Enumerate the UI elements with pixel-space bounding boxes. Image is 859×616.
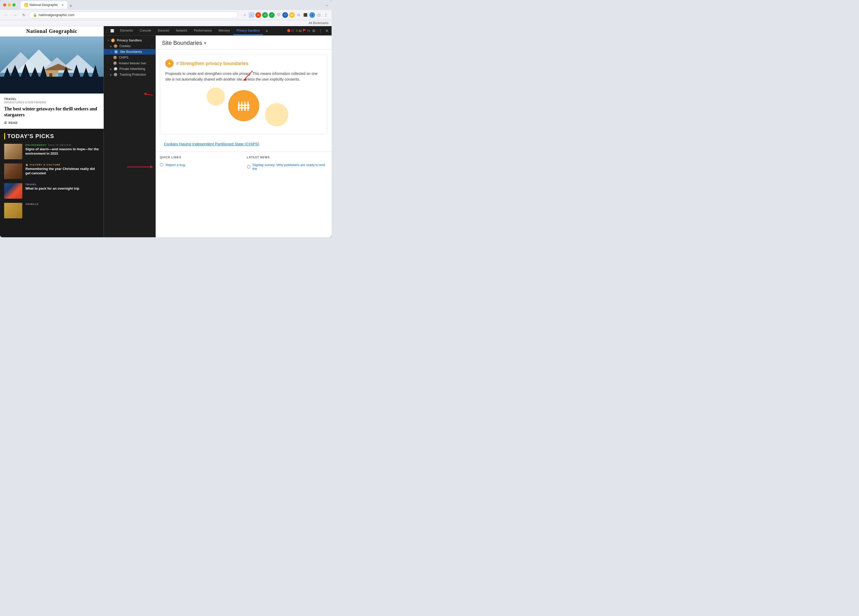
tree-item-privacy-sandbox[interactable]: ▼ ● Privacy Sandbox xyxy=(104,38,155,43)
close-devtools-button[interactable]: ✕ xyxy=(324,28,330,34)
ng-section-label: TODAY'S PICKS xyxy=(7,133,54,140)
profile-icon[interactable]: 👤 xyxy=(309,12,315,18)
extension-icon-g[interactable]: G xyxy=(296,12,301,18)
extension-icon-blue-shield[interactable]: 🛡 xyxy=(283,12,288,18)
devtools-actions: 🔴 27 ⚠ 32 🚩 74 ⚙ ⋮ ✕ xyxy=(287,28,330,34)
site-boundaries-icon: ⊕ xyxy=(114,50,118,54)
thumbnail-travel xyxy=(4,183,22,199)
hamburger-icon: ☰ xyxy=(4,121,7,125)
webpage: National Geographic xyxy=(0,26,104,237)
thumbnail-env xyxy=(4,144,22,159)
expand-icon-track: ▶ xyxy=(110,73,112,76)
address-bar[interactable]: 🔒 nationalgeographic.com xyxy=(29,11,238,19)
bookmarks-bar: All Bookmarks xyxy=(0,20,331,26)
error-icon: 🔴 xyxy=(287,29,290,32)
main-area-wrapper: National Geographic xyxy=(0,26,331,237)
ng-hero-category: TRAVEL xyxy=(4,98,100,100)
forward-button[interactable]: → xyxy=(12,12,19,18)
extension-icon-green[interactable]: ✓ xyxy=(269,12,275,18)
content-chevron: ▾ xyxy=(204,41,206,45)
title-bar: NG National Geographic ✕ + ⌄ xyxy=(0,0,331,10)
tree-item-private-advertising[interactable]: ▶ 📊 Private Advertising xyxy=(104,66,155,72)
tree-item-cookies[interactable]: ▶ 🍪 Cookies ⬚ xyxy=(104,43,155,49)
item-content: TRAVEL What to pack for an overnight tri… xyxy=(25,183,100,191)
tab-elements[interactable]: Elements xyxy=(117,27,136,35)
more-options-button[interactable]: ⋮ xyxy=(318,28,323,34)
list-item[interactable]: TRAVEL What to pack for an overnight tri… xyxy=(4,183,100,199)
ng-header: National Geographic xyxy=(0,26,104,36)
back-button[interactable]: ← xyxy=(3,12,10,18)
ng-hero-image xyxy=(0,36,104,94)
tab-sources[interactable]: Sources xyxy=(155,27,172,35)
more-options-icon[interactable]: ⋮ xyxy=(323,12,328,18)
tree-item-chips[interactable]: 🍪 CHIPS xyxy=(104,55,155,60)
devtools-panel: ⬚ ⬜ Elements Console Sources Network Per… xyxy=(104,26,331,237)
nav-bar: ← → ↻ 🔒 nationalgeographic.com ☆ ↕ ● 22 … xyxy=(0,10,331,20)
expand-icon-site: ▼ xyxy=(110,50,113,53)
circle-small-1 xyxy=(207,88,225,106)
ng-hero xyxy=(0,36,104,94)
extension-icon-34[interactable]: 34 xyxy=(289,12,295,18)
list-item[interactable]: ANIMALS xyxy=(4,203,100,218)
category-text: HISTORY & CULTURE xyxy=(30,163,61,166)
devtools-content: Site Boundaries ▾ ● #Strengthen privacy … xyxy=(156,36,331,237)
svg-marker-24 xyxy=(241,100,242,103)
expand-icon[interactable]: ⌄ xyxy=(325,3,328,7)
bookmark-star-icon[interactable]: ☆ xyxy=(242,12,248,18)
bottom-section: QUICK LINKS Report a bug LATEST NEWS xyxy=(156,151,331,176)
tree-item-tracking-protection[interactable]: ▶ 🛡 Tracking Protection xyxy=(104,72,155,77)
extension-icon-green-num[interactable]: 22 xyxy=(262,12,268,18)
content-header: Site Boundaries ▾ xyxy=(156,36,331,50)
list-item[interactable]: 🔒 HISTORY & CULTURE Remembering the year… xyxy=(4,163,100,179)
tab-privacy-sandbox[interactable]: Privacy Sandbox xyxy=(233,27,263,35)
more-tabs-icon[interactable]: » xyxy=(264,27,270,34)
category-extra: 2023 IN REVIEW xyxy=(48,144,72,146)
tab-network[interactable]: Network xyxy=(173,27,191,35)
item-category-travel: TRAVEL xyxy=(25,183,100,186)
tab-memory[interactable]: Memory xyxy=(216,27,233,35)
browser-icon-1[interactable]: ↕ xyxy=(249,12,255,18)
traffic-lights xyxy=(3,3,16,6)
active-tab[interactable]: NG National Geographic ✕ xyxy=(21,1,67,9)
settings-button[interactable]: ⚙ xyxy=(311,28,317,34)
ng-read-button[interactable]: ☰ READ xyxy=(4,121,100,125)
extension-icon-orange[interactable]: ● xyxy=(255,12,261,18)
devtools-body: ▼ ● Privacy Sandbox ▶ 🍪 Cookies ⬚ ▼ xyxy=(104,36,331,237)
tab-performance[interactable]: Performance xyxy=(191,27,215,35)
extension-icon-tablet[interactable]: ⬛ xyxy=(303,12,308,18)
tree-item-rws[interactable]: 🍪 Related Website Sets xyxy=(104,60,155,66)
content-title: Site Boundaries xyxy=(162,40,202,46)
extension-icon-shield[interactable]: 🛡 xyxy=(276,12,281,18)
reload-button[interactable]: ↻ xyxy=(21,12,27,18)
svg-rect-27 xyxy=(238,105,250,106)
maximize-button[interactable] xyxy=(12,3,16,6)
chips-link[interactable]: Cookies Having Independent Partitioned S… xyxy=(160,141,264,147)
minimize-button[interactable] xyxy=(8,3,11,6)
category-text: TRAVEL xyxy=(25,183,37,186)
ng-hero-title[interactable]: The best winter getaways for thrill seek… xyxy=(4,106,100,118)
tab-close-button[interactable]: ✕ xyxy=(61,3,64,7)
tree-label-private-advertising: Private Advertising xyxy=(119,67,145,71)
info-card-description: Proposals to create and strengthen cross… xyxy=(165,71,322,82)
svg-marker-25 xyxy=(244,100,245,103)
svg-marker-26 xyxy=(247,100,249,103)
visual-diagram xyxy=(165,82,322,129)
tree-label-privacy-sandbox: Privacy Sandbox xyxy=(117,39,142,42)
expand-icon-cookies: ▶ xyxy=(110,45,112,48)
tree-item-site-boundaries[interactable]: ▼ ⊕ Site Boundaries xyxy=(104,49,155,55)
latest-news-col: LATEST NEWS Digiday survey: Why publishe… xyxy=(247,156,328,172)
item-content: ENVIRONMENT 2023 IN REVIEW Signs of alar… xyxy=(25,144,100,156)
digiday-link[interactable]: Digiday survey: Why publishers are ready… xyxy=(247,162,328,172)
svg-marker-23 xyxy=(238,100,239,103)
track-icon: 🛡 xyxy=(114,73,117,77)
report-bug-link[interactable]: Report a bug xyxy=(160,162,241,168)
tab-console[interactable]: Console xyxy=(136,27,154,35)
tree-label-site-boundaries: Site Boundaries xyxy=(120,50,142,54)
close-button[interactable] xyxy=(3,3,6,6)
list-item[interactable]: ENVIRONMENT 2023 IN REVIEW Signs of alar… xyxy=(4,144,100,159)
yellow-accent-bar xyxy=(4,133,5,139)
link-circle-icon-2 xyxy=(247,165,250,169)
ng-hero-subcategory: ADVENTURES EVERYWHERE xyxy=(4,101,100,104)
new-tab-button[interactable]: + xyxy=(68,3,74,9)
extension-icon-box[interactable]: ◻ xyxy=(316,12,322,18)
